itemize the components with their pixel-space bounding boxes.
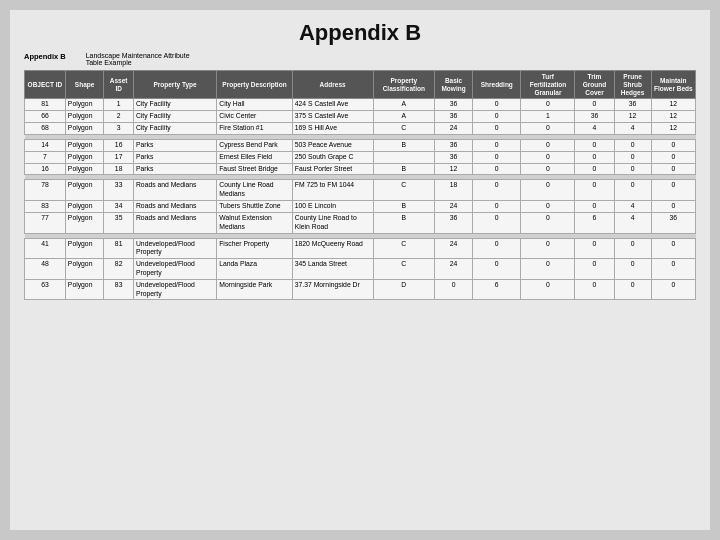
col-header-mowing: Basic Mowing [435,71,473,99]
col-header-propdesc: Property Description [217,71,293,99]
header-row: Appendix B Landscape Maintenance Attribu… [24,52,696,66]
table-row: 78Polygon33Roads and MediansCounty Line … [25,180,696,201]
table-row: 7Polygon17ParksErnest Elles Field250 Sou… [25,151,696,163]
col-header-prune: Prune Shrub Hedges [614,71,651,99]
table-row: 81Polygon1City FacilityCity Hall424 S Ca… [25,99,696,111]
table-row: 48Polygon82Undeveloped/Flood PropertyLan… [25,259,696,280]
table-row: 41Polygon81Undeveloped/Flood PropertyFis… [25,238,696,259]
col-header-propclass: Property Classification [373,71,435,99]
col-header-address: Address [292,71,373,99]
col-header-assetid: Asset ID [104,71,134,99]
table-label: Landscape Maintenance Attribute Table Ex… [86,52,190,66]
table-row: 63Polygon83Undeveloped/Flood PropertyMor… [25,279,696,300]
table-row: 66Polygon2City FacilityCivic Center375 S… [25,111,696,123]
col-header-turf: Turf Fertilization Granular [521,71,575,99]
table-row: 68Polygon3City FacilityFire Station #116… [25,123,696,135]
page-title: Appendix B [24,20,696,46]
col-header-objid: OBJECT ID [25,71,66,99]
data-table: OBJECT ID Shape Asset ID Property Type P… [24,70,696,300]
col-header-trim: Trim Ground Cover [575,71,614,99]
col-header-maintain: Maintain Flower Beds [651,71,695,99]
table-row: 14Polygon16ParksCypress Bend Park503 Pea… [25,139,696,151]
table-row: 83Polygon34Roads and MediansTubers Shutt… [25,201,696,213]
app-label: Appendix B [24,52,66,61]
col-header-proptype: Property Type [133,71,216,99]
col-header-shredding: Shredding [473,71,521,99]
page-container: Appendix B Appendix B Landscape Maintena… [10,10,710,530]
table-row: 16Polygon18ParksFaust Street BridgeFaust… [25,163,696,175]
col-header-shape: Shape [65,71,104,99]
table-row: 77Polygon35Roads and MediansWalnut Exten… [25,212,696,233]
